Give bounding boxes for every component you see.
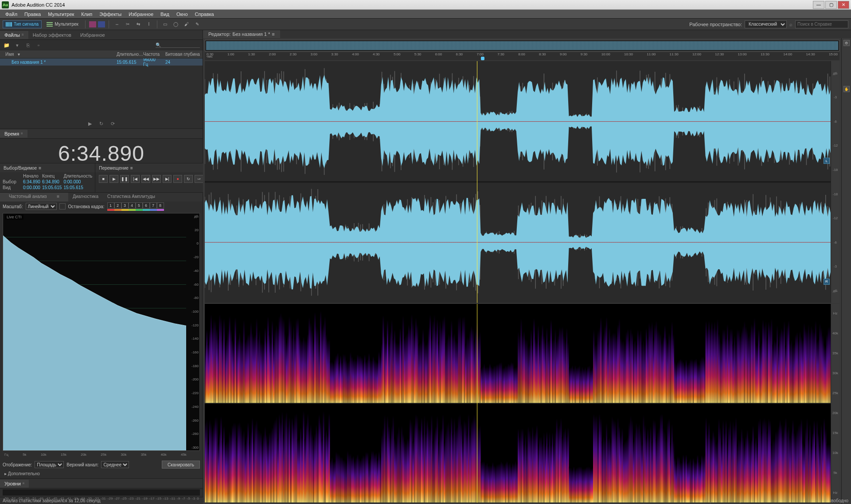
window-minimize-button[interactable]: — [813, 1, 824, 9]
freeze-slot[interactable]: 6 [143, 202, 150, 209]
channel-badge-left[interactable]: L [824, 158, 830, 164]
menu-item[interactable]: Мультитрек [44, 11, 78, 18]
view-end[interactable]: 15:05.615 [41, 185, 63, 190]
editor-tab-menu-icon[interactable]: ≡ [272, 31, 274, 37]
window-maximize-button[interactable]: ▢ [825, 1, 837, 9]
freeze-toggle[interactable] [59, 203, 66, 209]
menu-item[interactable]: Эффекты [96, 11, 125, 18]
brush-tool[interactable]: 🖌 [182, 20, 191, 28]
svg-rect-721 [586, 467, 587, 503]
selection-start[interactable]: 6:34.890 [22, 179, 41, 185]
slip-tool[interactable]: ⇆ [134, 20, 143, 28]
freeze-slot[interactable]: 1 [107, 202, 114, 209]
stop-button[interactable]: ■ [99, 175, 108, 183]
new-file-button[interactable]: ▾ [13, 42, 21, 49]
menu-item[interactable]: Справка [191, 11, 218, 18]
spectrogram-display[interactable] [205, 304, 831, 503]
overview-bar[interactable] [205, 40, 839, 51]
close-file-button[interactable]: ▫ [35, 42, 43, 49]
levels-meter[interactable] [3, 489, 200, 496]
move-tool[interactable]: ↔ [113, 20, 121, 28]
loop-button[interactable]: ↻ [184, 175, 193, 183]
workspace-select[interactable]: Классический [745, 20, 787, 28]
heal-tool[interactable]: ✎ [193, 20, 202, 28]
scale-select[interactable]: Линейный [26, 203, 57, 210]
play-preview-button[interactable]: ▶ [86, 120, 94, 127]
svg-rect-215 [493, 365, 495, 403]
menu-item[interactable]: Файл [2, 11, 21, 18]
col-name[interactable]: Имя ▾ [0, 52, 114, 57]
amplitude-stats-tab[interactable]: Статистика Амплитуды [103, 193, 160, 202]
forward-button[interactable]: ▶▶ [152, 175, 161, 183]
time-select-tool[interactable]: I [144, 20, 153, 28]
col-freq[interactable]: Частота [141, 52, 163, 57]
loop-preview-button[interactable]: ↻ [98, 120, 105, 127]
playhead-marker[interactable] [481, 57, 484, 60]
channel-badge-right[interactable]: R [824, 279, 830, 285]
record-button[interactable]: ● [173, 175, 182, 183]
favorites-tab[interactable]: Избранное [76, 31, 109, 39]
view-dur[interactable]: 15:05.615 [62, 185, 93, 190]
spectral-pitch-button[interactable] [98, 21, 105, 27]
transport-panel-header[interactable]: Перемещение≡ [95, 163, 207, 172]
pause-button[interactable]: ❚❚ [120, 175, 129, 183]
window-close-button[interactable]: ✕ [838, 1, 849, 9]
freeze-slot[interactable]: 8 [157, 202, 164, 209]
menu-item[interactable]: Клип [78, 11, 96, 18]
freeze-slot[interactable]: 2 [114, 202, 121, 209]
autoplay-button[interactable]: ⟳ [109, 120, 117, 127]
freeze-slot[interactable]: 5 [136, 202, 143, 209]
go-end-button[interactable]: ▶| [163, 175, 172, 183]
selection-end[interactable]: 6:34.890 [41, 179, 63, 185]
display-select[interactable]: Площадь [35, 461, 64, 468]
open-file-button[interactable]: 📁 [3, 42, 11, 49]
svg-rect-768 [653, 419, 654, 502]
hand-tool-icon[interactable]: ✋ [843, 86, 850, 92]
time-panel-tab[interactable]: Время≡ [0, 130, 27, 138]
top-channel-select[interactable]: Среднее [101, 461, 129, 468]
go-start-button[interactable]: |◀ [131, 175, 140, 183]
svg-rect-612 [431, 415, 432, 503]
panel-menu-icon[interactable]: ≡ [22, 33, 24, 37]
editor-tab[interactable]: Редактор: Без названия 1 * ≡ [203, 30, 280, 38]
waveform-view-button[interactable]: Тип сигнала [3, 20, 42, 28]
frequency-plot[interactable]: Live CTI дБ200-20-40-60-80-100-120-140-1… [3, 213, 200, 451]
play-button[interactable]: ▶ [109, 175, 118, 183]
file-row[interactable]: Без названия 1 * 15:05.615 96000 Гц 24 [0, 58, 203, 66]
multitrack-view-button[interactable]: Мультитрек [43, 20, 82, 28]
svg-rect-584 [391, 426, 392, 502]
freeze-slot[interactable]: 3 [121, 202, 129, 209]
skip-selection-button[interactable]: ⤻ [195, 175, 203, 183]
scan-button[interactable]: Сканировать [162, 461, 200, 469]
files-tab[interactable]: Файлы≡ [0, 31, 28, 39]
advanced-toggle[interactable]: ▸ Дополнительно [0, 470, 203, 478]
freeze-slot[interactable]: 7 [150, 202, 157, 209]
svg-rect-422 [788, 321, 789, 403]
col-duration[interactable]: Длительно… [114, 52, 141, 57]
zoom-tool-icon[interactable]: ⚙ [843, 40, 850, 46]
menu-item[interactable]: Окно [173, 11, 191, 18]
razor-tool[interactable]: ✂ [123, 20, 132, 28]
spectral-freq-button[interactable] [89, 21, 96, 27]
levels-tab[interactable]: Уровни≡ [0, 480, 29, 488]
effects-rack-tab[interactable]: Набор эффектов [28, 31, 76, 39]
svg-rect-589 [398, 426, 399, 503]
selection-panel-header[interactable]: Выбор/Видимое≡ [0, 163, 95, 172]
col-bits[interactable]: Битовая глубина [163, 52, 203, 57]
rewind-button[interactable]: ◀◀ [141, 175, 150, 183]
files-filter-input[interactable] [156, 43, 200, 48]
diagnostics-tab[interactable]: Диагностика [68, 193, 103, 202]
view-start[interactable]: 0:00.000 [22, 185, 41, 190]
lasso-tool[interactable]: ◯ [172, 20, 180, 28]
timeline-ruler[interactable]: чмс 0:301:001:302:002:303:003:304:004:30… [205, 52, 839, 60]
waveform-display[interactable]: L R [205, 61, 831, 303]
import-button[interactable]: ⎘ [24, 42, 32, 49]
marquee-tool[interactable]: ▭ [161, 20, 170, 28]
menu-item[interactable]: Правка [21, 11, 44, 18]
help-search-input[interactable] [795, 20, 848, 28]
freeze-slot[interactable]: 4 [129, 202, 136, 209]
menu-item[interactable]: Избранное [125, 11, 157, 18]
selection-dur[interactable]: 0:00.000 [62, 179, 93, 185]
freq-analysis-tab[interactable]: Частотный анализ ≡ [0, 193, 68, 202]
menu-item[interactable]: Вид [157, 11, 173, 18]
